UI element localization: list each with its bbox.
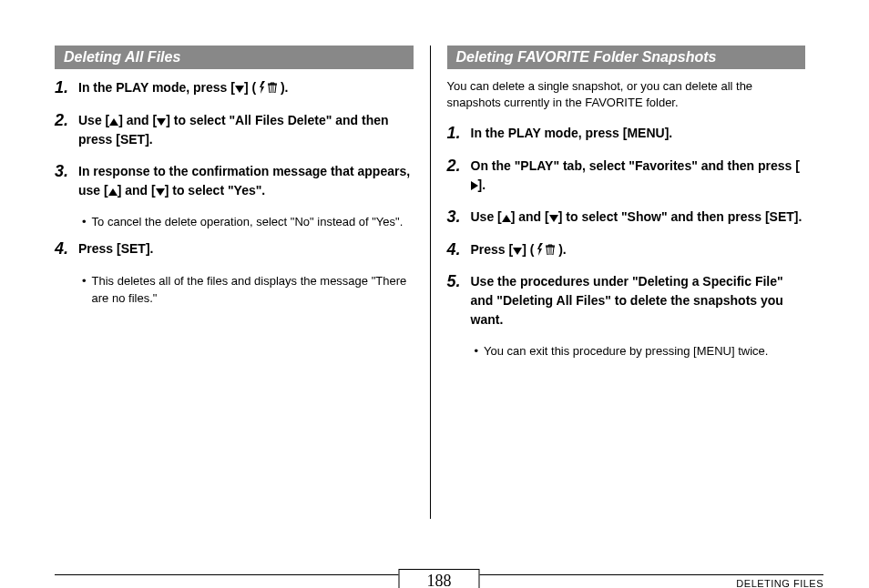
bullet-text: This deletes all of the files and displa…	[86, 272, 414, 308]
step-number: 4.	[447, 240, 471, 260]
step-item: 4.Press [] ( ).	[447, 240, 806, 260]
step-number: 1.	[55, 78, 78, 98]
bullet-text: You can exit this procedure by pressing …	[478, 342, 806, 360]
down-arrow-icon	[157, 118, 166, 126]
step-item: 3.In response to the confirmation messag…	[55, 162, 414, 200]
section-header-right: Deleting FAVORITE Folder Snapshots	[447, 46, 806, 69]
down-arrow-icon	[513, 248, 522, 255]
right-column: Deleting FAVORITE Folder Snapshots You c…	[431, 46, 824, 528]
left-column: Deleting All Files 1.In the PLAY mode, p…	[55, 46, 430, 528]
step-text: In response to the confirmation message …	[78, 162, 414, 200]
footer-section-label: DELETING FILES	[736, 578, 823, 588]
step-text: Use [] and [] to select "Show" and then …	[471, 208, 806, 227]
step-text: In the PLAY mode, press [] ( ).	[78, 78, 414, 97]
step-text: On the "PLAY" tab, select "Favorites" an…	[471, 157, 806, 195]
bullet-text: To cancel the delete operation, select "…	[86, 213, 414, 231]
step-item: 2.On the "PLAY" tab, select "Favorites" …	[447, 157, 806, 195]
up-arrow-icon	[109, 118, 118, 126]
step-text: Press [SET].	[78, 239, 414, 259]
step-number: 1.	[447, 124, 471, 144]
step-number: 2.	[55, 111, 78, 131]
down-arrow-icon	[156, 188, 165, 196]
up-arrow-icon	[108, 188, 118, 196]
step-text: Press [] ( ).	[471, 240, 806, 259]
step-text: Use the procedures under "Deleting a Spe…	[471, 272, 806, 329]
step-item: 5.Use the procedures under "Deleting a S…	[447, 272, 806, 329]
step-number: 2.	[447, 157, 471, 177]
step-number: 5.	[447, 272, 471, 292]
page-footer: 188 DELETING FILES	[55, 574, 823, 577]
down-arrow-icon	[549, 215, 558, 222]
step-text: Use [] and [] to select "All Files Delet…	[78, 111, 414, 149]
step-item: 1.In the PLAY mode, press [] ( ).	[55, 78, 414, 98]
right-arrow-icon	[471, 181, 478, 190]
intro-text: You can delete a single snapshot, or you…	[447, 78, 806, 111]
step-item: 1.In the PLAY mode, press [MENU].	[447, 124, 806, 144]
down-arrow-icon	[235, 86, 244, 93]
step-number: 3.	[447, 208, 471, 228]
step-item: 3.Use [] and [] to select "Show" and the…	[447, 208, 806, 228]
up-arrow-icon	[502, 215, 511, 222]
step-number: 4.	[55, 239, 78, 259]
step-item: 4.Press [SET].	[55, 239, 414, 259]
flash-trash-icon	[260, 81, 277, 94]
flash-trash-icon	[537, 243, 555, 256]
section-header-left: Deleting All Files	[55, 46, 414, 69]
step-text: In the PLAY mode, press [MENU].	[471, 124, 806, 143]
step-number: 3.	[55, 162, 78, 182]
step-item: 2.Use [] and [] to select "All Files Del…	[55, 111, 414, 149]
page-number: 188	[399, 569, 480, 588]
